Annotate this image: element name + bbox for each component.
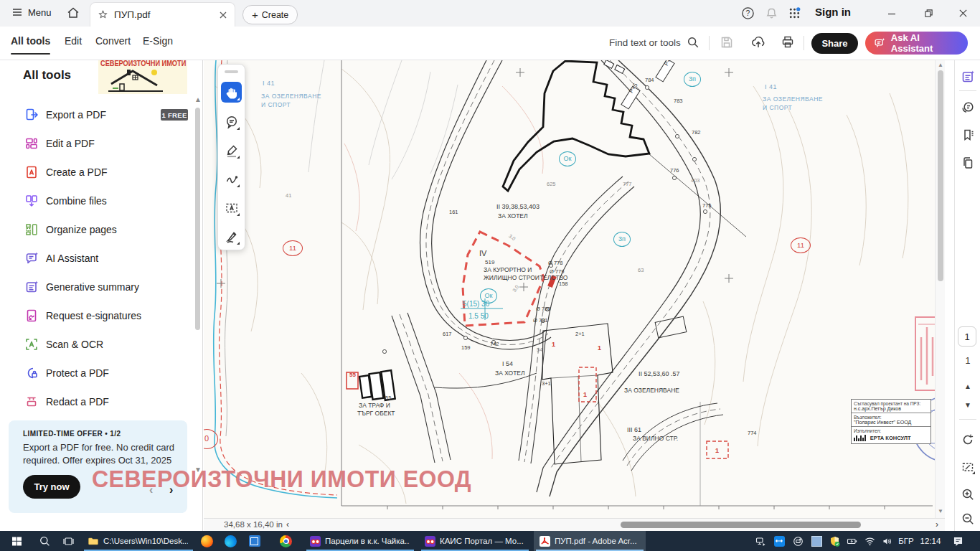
taskbar-firefox-button[interactable] — [195, 531, 219, 551]
language-indicator[interactable]: БГР — [895, 531, 917, 551]
create-button[interactable]: + Create — [242, 5, 298, 24]
clock[interactable]: 12:14 — [917, 531, 944, 551]
share-button[interactable]: Share — [811, 33, 858, 54]
sidebar-item-redact-pdf[interactable]: Redact a PDF — [0, 387, 195, 416]
hand-tool-button[interactable] — [221, 82, 242, 103]
page-thumbnails-panel-button[interactable] — [960, 155, 976, 171]
horizontal-scroll-thumb[interactable] — [621, 522, 861, 528]
window-label: КАИС Портал — Мо... — [440, 537, 524, 545]
next-page-icon[interactable]: ▼ — [960, 397, 976, 413]
offer-eyebrow: LIMITED-TIME OFFER • 1/2 — [23, 430, 121, 438]
find-input[interactable]: Find text or tools — [609, 36, 699, 49]
sidebar-item-export-pdf[interactable]: Export a PDF 1 FREE — [0, 100, 195, 129]
start-button[interactable] — [0, 531, 33, 551]
tray-recorder-button[interactable] — [789, 531, 806, 551]
marquee-zoom-button[interactable] — [960, 459, 976, 475]
vertical-scroll-thumb[interactable] — [938, 70, 943, 281]
window-close-button[interactable] — [946, 0, 980, 27]
tab-convert[interactable]: Convert — [95, 35, 131, 47]
task-view-button[interactable] — [57, 531, 80, 551]
sidebar-item-scan-ocr[interactable]: Scan & OCR — [0, 330, 195, 359]
add-text-tool-button[interactable] — [221, 197, 242, 218]
approved-label: Съгласувал проектант на ПРЗ: — [854, 401, 928, 406]
fill-sign-tool-button[interactable] — [221, 226, 242, 247]
create-pdf-icon — [24, 165, 39, 179]
generative-summary-panel-button[interactable] — [960, 69, 976, 85]
upload-cloud-button[interactable] — [750, 34, 766, 50]
highlight-tool-button[interactable] — [221, 140, 242, 161]
sticky-note-tool-button[interactable] — [221, 111, 242, 132]
menu-button[interactable]: Menu — [11, 6, 52, 18]
contractor-label: Изпълнител: — [854, 428, 928, 433]
sidebar-item-protect-pdf[interactable]: Protect a PDF — [0, 359, 195, 387]
tray-security-button[interactable] — [825, 531, 844, 551]
previous-page-icon[interactable]: ▲ — [960, 379, 976, 395]
tray-teamviewer-button[interactable] — [771, 531, 788, 551]
panel-drag-handle[interactable] — [225, 70, 238, 73]
scroll-up-icon[interactable]: ▲ — [194, 96, 202, 103]
scroll-down-icon[interactable]: ▼ — [938, 508, 943, 515]
map-drawing — [204, 60, 935, 518]
free-badge: 1 FREE — [161, 109, 188, 121]
sidebar-item-create-pdf[interactable]: Create a PDF — [0, 158, 195, 187]
taskbar-window-kais-parcels[interactable]: Парцели в к.к. Чайка... — [304, 531, 416, 551]
home-button[interactable] — [66, 6, 80, 20]
help-icon: ? — [741, 6, 755, 20]
tab-all-tools[interactable]: All tools — [11, 35, 50, 47]
taskbar-window-acrobat[interactable]: ПУП.pdf - Adobe Acr... — [534, 531, 646, 551]
bookmarks-panel-button[interactable] — [960, 127, 976, 143]
action-center-button[interactable] — [947, 531, 969, 551]
window-minimize-button[interactable] — [875, 0, 909, 27]
scroll-right-icon[interactable]: › — [936, 519, 938, 529]
taskbar-chrome-button[interactable] — [274, 531, 298, 551]
tray-display-button[interactable] — [808, 531, 825, 551]
taskbar-search-button[interactable] — [33, 531, 57, 551]
taskbar-explorer-button[interactable]: C:\Users\Win10\Desk... — [82, 531, 195, 551]
sidebar-scrollbar[interactable]: ▲ ▼ — [194, 96, 202, 476]
document-tab[interactable]: ПУП.pdf — [90, 2, 235, 27]
page-number-input[interactable] — [958, 326, 976, 347]
window-restore-button[interactable] — [911, 0, 946, 27]
zoom-out-button[interactable] — [960, 511, 976, 527]
print-button[interactable] — [781, 35, 795, 50]
tab-edit[interactable]: Edit — [65, 35, 82, 47]
scroll-left-icon[interactable]: ‹ — [286, 519, 289, 529]
sidebar-item-label: Create a PDF — [46, 166, 108, 178]
sidebar-item-ai-assistant[interactable]: AI Assistant — [0, 244, 195, 273]
tray-volume-button[interactable] — [878, 531, 895, 551]
tray-battery-button[interactable] — [844, 531, 861, 551]
notifications-button[interactable] — [765, 6, 778, 20]
ask-ai-assistant-button[interactable]: Ask AI Assistant — [865, 32, 968, 55]
save-button[interactable] — [720, 35, 734, 50]
scroll-up-icon[interactable]: ▲ — [938, 62, 943, 69]
generative-summary-icon — [961, 70, 975, 84]
sidebar-item-request-esignatures[interactable]: Request e-signatures — [0, 301, 195, 330]
taskbar-window-kais-portal[interactable]: КАИС Портал — Мо... — [419, 531, 531, 551]
draw-tool-button[interactable] — [221, 169, 242, 189]
sign-in-button[interactable]: Sign in — [815, 6, 851, 18]
try-now-button[interactable]: Try now — [23, 475, 80, 499]
zoom-in-button[interactable] — [960, 486, 976, 502]
tab-esign[interactable]: E-Sign — [143, 35, 173, 47]
sidebar-item-label: Export a PDF — [46, 109, 106, 121]
sidebar-item-label: Combine files — [46, 195, 107, 207]
sidebar-item-organize-pages[interactable]: Organize pages — [0, 215, 195, 244]
create-label: Create — [262, 10, 289, 20]
pdf-page-canvas[interactable]: I 41ЗА ОЗЕЛЕНЯВАНЕИ СПОРТI 41ЗА ОЗЕЛЕНЯВ… — [204, 60, 935, 518]
apps-grid-button[interactable] — [788, 6, 801, 20]
taskbar-photos-button[interactable] — [242, 531, 266, 551]
rotate-page-button[interactable] — [960, 432, 976, 448]
sidebar-item-combine-files[interactable]: Combine files — [0, 187, 195, 215]
tab-close-icon[interactable] — [219, 11, 227, 19]
tray-device-button[interactable] — [752, 531, 769, 551]
vertical-scrollbar[interactable]: ▲ ▼ — [935, 60, 945, 518]
sidebar-item-generative-summary[interactable]: Generative summary — [0, 273, 195, 301]
tray-wifi-button[interactable] — [861, 531, 878, 551]
help-button[interactable]: ? — [741, 6, 755, 20]
sidebar-scroll-thumb[interactable] — [195, 108, 200, 330]
sidebar-item-edit-pdf[interactable]: Edit a PDF — [0, 129, 195, 158]
horizontal-scrollbar[interactable]: 34,68 x 16,40 in ‹ › — [204, 518, 945, 531]
comments-panel-button[interactable] — [960, 100, 976, 116]
taskbar-edge-button[interactable] — [219, 531, 242, 551]
ai-label: Ask AI Assistant — [891, 32, 959, 54]
